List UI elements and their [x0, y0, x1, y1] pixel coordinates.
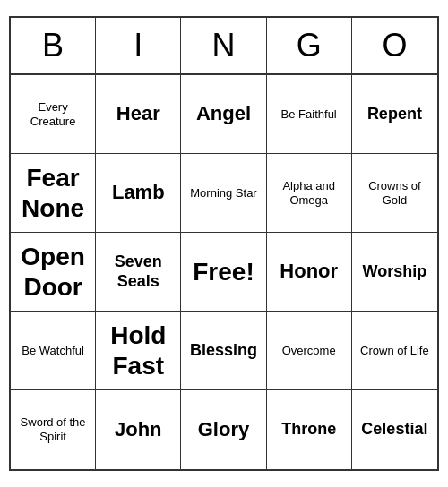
cell-text: Throne — [281, 420, 336, 440]
bingo-cell: Be Watchful — [11, 312, 96, 390]
cell-text: Fear None — [14, 163, 91, 223]
bingo-cell: Repent — [352, 75, 437, 154]
cell-text: Morning Star — [190, 186, 256, 201]
cell-text: Free! — [193, 257, 254, 287]
bingo-cell: Angel — [181, 75, 266, 154]
cell-text: Be Faithful — [281, 107, 337, 122]
bingo-cell: Free! — [181, 233, 266, 312]
bingo-cell: Celestial — [352, 390, 437, 469]
bingo-cell: Seven Seals — [96, 233, 181, 312]
bingo-cell: Crown of Life — [352, 312, 437, 390]
bingo-cell: John — [96, 390, 181, 469]
cell-text: Seven Seals — [99, 252, 177, 291]
header-letter: B — [11, 18, 96, 73]
header-letter: G — [267, 18, 352, 73]
bingo-cell: Open Door — [11, 233, 96, 312]
cell-text: Hear — [116, 102, 160, 125]
cell-text: Worship — [363, 262, 427, 282]
bingo-cell: Morning Star — [181, 154, 266, 233]
cell-text: Crowns of Gold — [356, 179, 434, 207]
cell-text: John — [115, 418, 162, 441]
header-letter: N — [181, 18, 266, 73]
cell-text: Overcome — [282, 344, 336, 358]
bingo-cell: Sword of the Spirit — [11, 390, 96, 469]
cell-text: Blessing — [190, 341, 257, 361]
cell-text: Celestial — [361, 420, 427, 440]
cell-text: Alpha and Omega — [271, 179, 348, 207]
cell-text: Open Door — [14, 242, 91, 302]
cell-text: Be Watchful — [22, 344, 84, 358]
bingo-cell: Lamb — [96, 154, 181, 233]
cell-text: Angel — [196, 102, 251, 125]
bingo-cell: Crowns of Gold — [352, 154, 437, 233]
header-letter: O — [352, 18, 437, 73]
bingo-cell: Be Faithful — [267, 75, 352, 154]
bingo-card: BINGO Every CreatureHearAngelBe Faithful… — [9, 16, 439, 471]
cell-text: Glory — [198, 418, 249, 441]
bingo-grid: Every CreatureHearAngelBe FaithfulRepent… — [11, 75, 437, 469]
bingo-cell: Alpha and Omega — [267, 154, 352, 233]
bingo-cell: Throne — [267, 390, 352, 469]
bingo-cell: Hear — [96, 75, 181, 154]
bingo-cell: Every Creature — [11, 75, 96, 154]
bingo-cell: Hold Fast — [96, 312, 181, 390]
cell-text: Repent — [367, 105, 422, 124]
cell-text: Sword of the Spirit — [14, 415, 91, 443]
bingo-cell: Blessing — [181, 312, 266, 390]
cell-text: Every Creature — [14, 100, 91, 128]
bingo-cell: Worship — [352, 233, 437, 312]
cell-text: Honor — [280, 260, 338, 283]
cell-text: Lamb — [112, 181, 165, 204]
cell-text: Crown of Life — [360, 344, 429, 358]
bingo-cell: Honor — [267, 233, 352, 312]
bingo-cell: Overcome — [267, 312, 352, 390]
header-letter: I — [96, 18, 181, 73]
bingo-header: BINGO — [11, 18, 437, 75]
cell-text: Hold Fast — [99, 320, 177, 380]
bingo-cell: Glory — [181, 390, 266, 469]
bingo-cell: Fear None — [11, 154, 96, 233]
